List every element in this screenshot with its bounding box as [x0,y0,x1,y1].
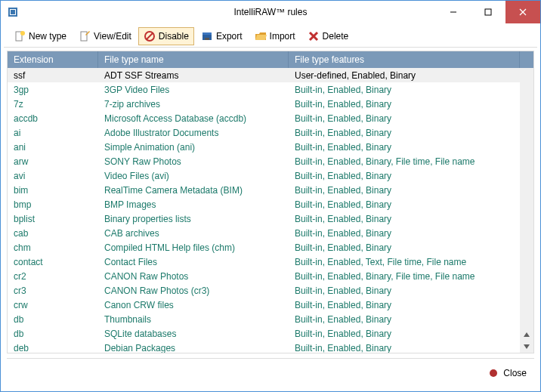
cell-features: Built-in, Enabled, Binary [289,113,520,124]
footer: Close [7,358,534,387]
export-button[interactable]: Export [196,27,248,45]
cell-features: Built-in, Enabled, Binary [289,99,520,110]
table-row[interactable]: aviVideo Files (avi)Built-in, Enabled, B… [8,168,520,183]
table-row[interactable]: crwCanon CRW filesBuilt-in, Enabled, Bin… [8,298,520,312]
cell-features: Built-in, Enabled, Text, File time, File… [289,257,520,267]
scroll-up-icon[interactable] [521,329,533,341]
table-row[interactable]: arwSONY Raw PhotosBuilt-in, Enabled, Bin… [8,154,520,168]
cell-extension: bplist [8,214,98,224]
cell-name: Binary properties lists [98,214,289,224]
table-row[interactable]: dbSQLite databasesBuilt-in, Enabled, Bin… [8,326,520,341]
table-row[interactable]: accdbMicrosoft Access Database (accdb)Bu… [8,111,520,125]
disable-button[interactable]: Disable [138,27,194,45]
cell-name: ADT SSF Streams [98,70,289,81]
cell-extension: bmp [8,199,98,210]
cell-extension: db [8,314,98,325]
export-icon [201,30,213,42]
grid-body[interactable]: ssfADT SSF StreamsUser-defined, Enabled,… [8,68,520,353]
vertical-scrollbar[interactable] [520,68,533,353]
view-edit-button[interactable]: View/Edit [73,27,137,45]
svg-point-8 [20,31,25,35]
cell-name: Thumbnails [98,314,289,325]
maximize-button[interactable] [471,1,505,23]
cell-extension: cr3 [8,286,98,296]
cell-features: Built-in, Enabled, Binary [289,85,520,95]
delete-icon [308,30,320,42]
disable-label: Disable [159,31,189,42]
svg-rect-4 [485,9,491,15]
cell-name: Simple Animation (ani) [98,142,289,153]
cell-name: CANON Raw Photos (cr3) [98,286,289,296]
cell-features: Built-in, Enabled, Binary, File time, Fi… [289,156,520,167]
cell-extension: contact [8,257,98,267]
table-row[interactable]: aiAdobe Illustrator DocumentsBuilt-in, E… [8,125,520,140]
cell-extension: ssf [8,70,98,81]
cell-features: User-defined, Enabled, Binary [289,70,520,81]
cell-extension: arw [8,156,98,167]
cell-extension: crw [8,300,98,310]
import-icon [255,30,267,42]
delete-label: Delete [323,31,349,42]
cell-extension: 3gp [8,85,98,95]
new-type-button[interactable]: New type [8,27,72,45]
table-row[interactable]: bmpBMP ImagesBuilt-in, Enabled, Binary [8,197,520,211]
cell-extension: chm [8,242,98,253]
table-row[interactable]: dbThumbnailsBuilt-in, Enabled, Binary [8,312,520,326]
table-row[interactable]: 3gp3GP Video FilesBuilt-in, Enabled, Bin… [8,82,520,97]
table-row[interactable]: cabCAB archivesBuilt-in, Enabled, Binary [8,226,520,240]
cell-extension: avi [8,171,98,181]
close-button[interactable]: Close [503,368,527,378]
new-type-icon [14,30,26,42]
cell-name: CANON Raw Photos [98,271,289,282]
cell-name: CAB archives [98,228,289,239]
cell-features: Built-in, Enabled, Binary [289,185,520,196]
cell-name: Debian Packages [98,343,289,353]
cell-features: Built-in, Enabled, Binary [289,286,520,296]
cell-name: BMP Images [98,199,289,210]
column-name[interactable]: File type name [98,51,289,68]
cell-features: Built-in, Enabled, Binary [289,199,520,210]
svg-line-11 [147,33,153,39]
cell-extension: deb [8,343,98,353]
close-window-button[interactable] [505,1,540,23]
table-row[interactable]: cr2CANON Raw PhotosBuilt-in, Enabled, Bi… [8,269,520,283]
cell-features: Built-in, Enabled, Binary [289,329,520,339]
rules-grid: Extension File type name File type featu… [7,51,534,353]
cell-extension: cr2 [8,271,98,282]
titlebar: IntelliRAW™ rules [1,1,540,23]
column-features[interactable]: File type features [289,51,520,68]
table-row[interactable]: 7z7-zip archivesBuilt-in, Enabled, Binar… [8,97,520,111]
cell-extension: 7z [8,99,98,110]
cell-features: Built-in, Enabled, Binary [289,228,520,239]
table-row[interactable]: chmCompiled HTML Help files (chm)Built-i… [8,240,520,255]
export-label: Export [216,31,243,42]
cell-name: 3GP Video Files [98,85,289,95]
cell-name: SQLite databases [98,329,289,339]
cell-features: Built-in, Enabled, Binary [289,171,520,181]
cell-extension: ai [8,128,98,138]
cell-name: Contact Files [98,257,289,267]
delete-button[interactable]: Delete [302,27,354,45]
table-row[interactable]: bimRealTime Camera Metadata (BIM)Built-i… [8,183,520,197]
table-row[interactable]: contactContact FilesBuilt-in, Enabled, T… [8,255,520,269]
new-type-label: New type [29,31,66,42]
column-extension[interactable]: Extension [8,51,98,68]
cell-extension: bim [8,185,98,196]
table-row[interactable]: cr3CANON Raw Photos (cr3)Built-in, Enabl… [8,283,520,298]
cell-name: Video Files (avi) [98,171,289,181]
svg-rect-9 [81,32,87,41]
import-button[interactable]: Import [249,27,301,45]
cell-name: SONY Raw Photos [98,156,289,167]
minimize-button[interactable] [436,1,471,23]
cell-features: Built-in, Enabled, Binary [289,300,520,310]
scroll-down-icon[interactable] [521,341,533,353]
table-row[interactable]: debDebian PackagesBuilt-in, Enabled, Bin… [8,341,520,353]
window-controls [436,1,540,23]
grid-header: Extension File type name File type featu… [8,51,533,68]
close-dot-icon [490,369,497,377]
import-label: Import [270,31,295,42]
svg-rect-13 [202,32,212,35]
table-row[interactable]: ssfADT SSF StreamsUser-defined, Enabled,… [8,68,520,82]
table-row[interactable]: bplistBinary properties listsBuilt-in, E… [8,211,520,226]
table-row[interactable]: aniSimple Animation (ani)Built-in, Enabl… [8,140,520,154]
